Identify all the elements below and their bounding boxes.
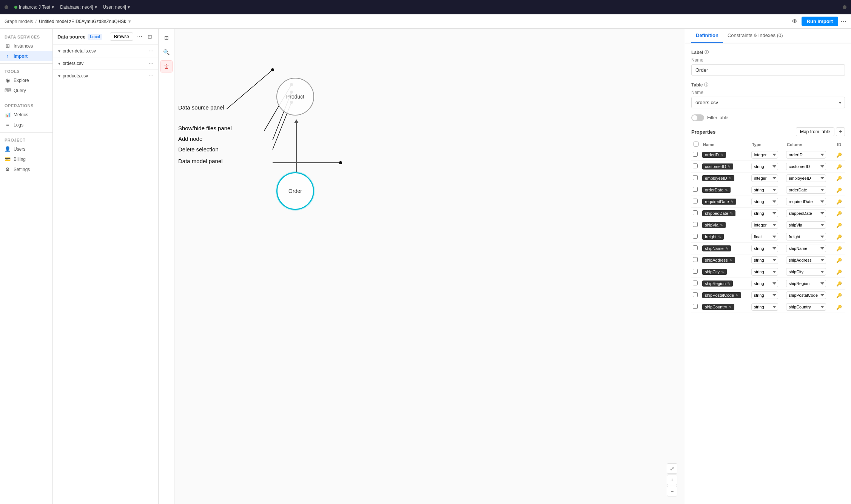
prop-key-icon-shipAddress[interactable]: 🔑: [836, 258, 842, 263]
prop-col-select-shipName[interactable]: orderIDcustomerIDemployeeIDorderDaterequ…: [786, 245, 826, 252]
prop-key-icon-shipCity[interactable]: 🔑: [836, 270, 842, 275]
prop-edit-icon-customerID[interactable]: ✎: [728, 165, 731, 169]
row-checkbox-requiredDate[interactable]: [693, 199, 698, 203]
prop-col-select-shipVia[interactable]: orderIDcustomerIDemployeeIDorderDaterequ…: [786, 221, 826, 229]
prop-type-select-employeeID[interactable]: stringintegerfloatbooleandatedatetimepoi…: [751, 174, 778, 182]
file-header-products[interactable]: ▼ products.csv ⋯: [53, 70, 158, 82]
prop-key-icon-customerID[interactable]: 🔑: [836, 164, 842, 170]
sidebar-item-users[interactable]: 👤 Users: [0, 144, 52, 154]
file-header-orders[interactable]: ▼ orders.csv ⋯: [53, 57, 158, 69]
label-info-icon[interactable]: ⓘ: [705, 49, 709, 55]
row-checkbox-shippedDate[interactable]: [693, 210, 698, 215]
prop-edit-icon-shippedDate[interactable]: ✎: [730, 211, 733, 216]
add-property-button[interactable]: +: [836, 127, 845, 136]
prop-key-icon-shippedDate[interactable]: 🔑: [836, 211, 842, 216]
prop-col-select-customerID[interactable]: orderIDcustomerIDemployeeIDorderDaterequ…: [786, 163, 826, 170]
breadcrumb-graph-models[interactable]: Graph models: [5, 19, 33, 24]
prop-type-select-shippedDate[interactable]: stringintegerfloatbooleandatedatetimepoi…: [751, 210, 778, 217]
eye-icon[interactable]: 👁: [792, 18, 798, 25]
table-name-select[interactable]: orders.csv order-details.csv products.cs…: [691, 97, 845, 108]
prop-key-icon-shipRegion[interactable]: 🔑: [836, 281, 842, 287]
prop-edit-icon-orderDate[interactable]: ✎: [725, 188, 728, 192]
prop-type-select-shipCountry[interactable]: stringintegerfloatbooleandatedatetimepoi…: [751, 303, 778, 311]
row-checkbox-shipName[interactable]: [693, 245, 698, 250]
collapse-panel-button[interactable]: ⊡: [146, 33, 154, 40]
row-checkbox-customerID[interactable]: [693, 163, 698, 168]
prop-edit-icon-shipCity[interactable]: ✎: [721, 270, 724, 274]
prop-edit-icon-orderID[interactable]: ✎: [720, 153, 723, 157]
row-checkbox-orderDate[interactable]: [693, 187, 698, 192]
datasource-more-button[interactable]: ⋯: [136, 33, 144, 40]
sidebar-item-query[interactable]: ⌨ Query: [0, 85, 52, 96]
filter-table-toggle[interactable]: [691, 114, 704, 121]
tab-constraints[interactable]: Constraints & Indexes (0): [723, 29, 788, 43]
prop-type-select-shipPostalCode[interactable]: stringintegerfloatbooleandatedatetimepoi…: [751, 291, 778, 299]
toggle-files-panel-button[interactable]: ⊡: [160, 32, 173, 44]
zoom-in-button[interactable]: +: [667, 475, 677, 485]
search-button[interactable]: 🔍: [160, 46, 173, 58]
file-more-icon-orders[interactable]: ⋯: [148, 60, 154, 66]
row-checkbox-shipVia[interactable]: [693, 222, 698, 227]
prop-key-icon-shipName[interactable]: 🔑: [836, 246, 842, 251]
sidebar-item-instances[interactable]: ⊞ Instances: [0, 41, 52, 51]
run-import-button[interactable]: Run import: [802, 17, 838, 26]
prop-type-select-orderID[interactable]: stringintegerfloatbooleandatedatetimepoi…: [751, 151, 778, 159]
tab-definition[interactable]: Definition: [691, 29, 723, 43]
prop-edit-icon-shipAddress[interactable]: ✎: [729, 258, 732, 262]
prop-col-select-orderID[interactable]: orderIDcustomerIDemployeeIDorderDaterequ…: [786, 151, 826, 159]
prop-edit-icon-shipCountry[interactable]: ✎: [729, 305, 732, 309]
prop-key-icon-orderID[interactable]: 🔑: [836, 153, 842, 158]
prop-edit-icon-shipRegion[interactable]: ✎: [727, 282, 730, 286]
file-more-icon-products[interactable]: ⋯: [148, 73, 154, 79]
prop-key-icon-requiredDate[interactable]: 🔑: [836, 199, 842, 205]
prop-edit-icon-requiredDate[interactable]: ✎: [731, 200, 734, 204]
prop-type-select-shipName[interactable]: stringintegerfloatbooleandatedatetimepoi…: [751, 245, 778, 252]
prop-col-select-shippedDate[interactable]: orderIDcustomerIDemployeeIDorderDaterequ…: [786, 210, 826, 217]
file-more-icon[interactable]: ⋯: [148, 48, 154, 54]
select-all-checkbox[interactable]: [694, 142, 698, 146]
prop-type-select-customerID[interactable]: stringintegerfloatbooleandatedatetimepoi…: [751, 163, 778, 170]
prop-col-select-employeeID[interactable]: orderIDcustomerIDemployeeIDorderDaterequ…: [786, 174, 826, 182]
prop-key-icon-employeeID[interactable]: 🔑: [836, 176, 842, 181]
graph-canvas[interactable]: Data source panel Show/hide files panel: [174, 29, 685, 504]
zoom-out-button[interactable]: −: [667, 486, 677, 496]
prop-col-select-shipPostalCode[interactable]: orderIDcustomerIDemployeeIDorderDaterequ…: [786, 291, 826, 299]
prop-key-icon-shipCountry[interactable]: 🔑: [836, 305, 842, 310]
row-checkbox-shipCity[interactable]: [693, 269, 698, 274]
prop-key-icon-shipPostalCode[interactable]: 🔑: [836, 293, 842, 298]
prop-type-select-shipVia[interactable]: stringintegerfloatbooleandatedatetimepoi…: [751, 221, 778, 229]
node-order[interactable]: Order: [276, 172, 314, 210]
prop-edit-icon-freight[interactable]: ✎: [718, 235, 721, 239]
prop-col-select-shipCity[interactable]: orderIDcustomerIDemployeeIDorderDaterequ…: [786, 268, 826, 276]
row-checkbox-shipRegion[interactable]: [693, 281, 698, 285]
zoom-fit-button[interactable]: ⤢: [667, 463, 677, 474]
prop-type-select-orderDate[interactable]: stringintegerfloatbooleandatedatetimepoi…: [751, 186, 778, 194]
prop-col-select-freight[interactable]: orderIDcustomerIDemployeeIDorderDaterequ…: [786, 233, 826, 240]
prop-col-select-shipRegion[interactable]: orderIDcustomerIDemployeeIDorderDaterequ…: [786, 280, 826, 287]
row-checkbox-employeeID[interactable]: [693, 175, 698, 180]
row-checkbox-shipAddress[interactable]: [693, 257, 698, 262]
prop-key-icon-orderDate[interactable]: 🔑: [836, 188, 842, 193]
row-checkbox-orderID[interactable]: [693, 152, 698, 157]
prop-col-select-orderDate[interactable]: orderIDcustomerIDemployeeIDorderDaterequ…: [786, 186, 826, 194]
prop-type-select-shipRegion[interactable]: stringintegerfloatbooleandatedatetimepoi…: [751, 280, 778, 287]
table-info-icon[interactable]: ⓘ: [704, 82, 708, 88]
sidebar-item-metrics[interactable]: 📊 Metrics: [0, 109, 52, 120]
file-header-order-details[interactable]: ▼ order-details.csv ⋯: [53, 45, 158, 57]
label-name-input[interactable]: [691, 64, 845, 76]
prop-type-select-shipCity[interactable]: stringintegerfloatbooleandatedatetimepoi…: [751, 268, 778, 276]
prop-edit-icon-shipName[interactable]: ✎: [725, 247, 728, 251]
prop-col-select-shipAddress[interactable]: orderIDcustomerIDemployeeIDorderDaterequ…: [786, 256, 826, 264]
prop-edit-icon-employeeID[interactable]: ✎: [729, 176, 732, 180]
prop-edit-icon-shipVia[interactable]: ✎: [720, 223, 723, 227]
sidebar-item-explore[interactable]: ◉ Explore: [0, 75, 52, 85]
row-checkbox-shipCountry[interactable]: [693, 304, 698, 309]
sidebar-item-billing[interactable]: 💳 Billing: [0, 154, 52, 164]
sidebar-item-logs[interactable]: ≡ Logs: [0, 120, 52, 130]
prop-key-icon-freight[interactable]: 🔑: [836, 234, 842, 240]
row-checkbox-shipPostalCode[interactable]: [693, 292, 698, 297]
browse-button[interactable]: Browse: [110, 32, 133, 41]
map-from-table-button[interactable]: Map from table: [796, 127, 834, 136]
node-product[interactable]: Product: [276, 78, 314, 116]
instance-selector[interactable]: Instance: J Test ▾: [14, 5, 54, 10]
